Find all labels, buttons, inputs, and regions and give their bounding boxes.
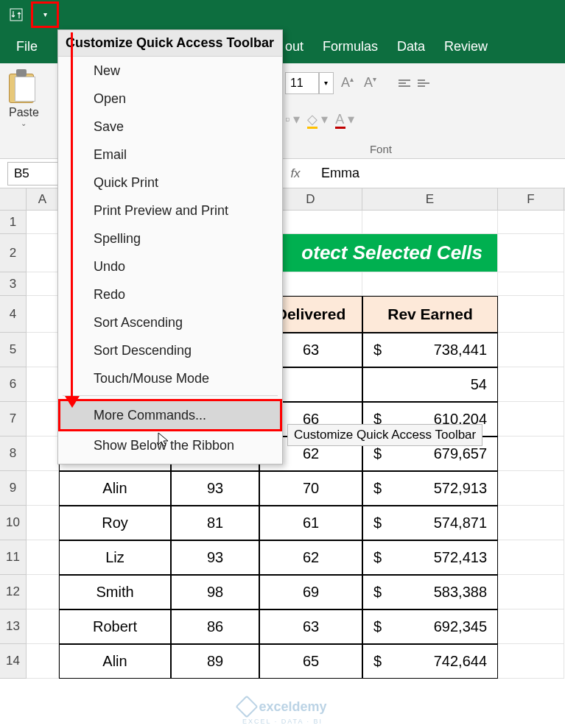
row-header[interactable]: 2 — [0, 234, 27, 272]
menu-item-sort-ascending[interactable]: Sort Ascending — [58, 308, 282, 336]
cell[interactable]: 86 — [171, 609, 259, 644]
cell[interactable] — [27, 333, 59, 367]
fill-color-icon[interactable]: ◇ ▾ — [307, 111, 328, 127]
cell[interactable] — [27, 234, 59, 272]
tab-review[interactable]: Review — [438, 33, 494, 60]
fx-icon[interactable]: fx — [284, 166, 306, 181]
cell[interactable] — [362, 272, 498, 296]
shrink-font-icon[interactable]: A▾ — [361, 75, 379, 91]
align-middle-icon[interactable] — [418, 75, 434, 91]
paste-button[interactable]: Paste ⌄ — [9, 69, 39, 127]
tab-layout[interactable]: out — [279, 33, 309, 60]
row-header[interactable]: 4 — [0, 296, 27, 333]
cell[interactable]: 61 — [259, 506, 362, 540]
cell[interactable]: 81 — [171, 506, 259, 540]
col-header-a[interactable]: A — [27, 188, 59, 210]
row-header[interactable]: 3 — [0, 272, 27, 296]
cell[interactable] — [27, 644, 59, 679]
cell[interactable] — [498, 272, 564, 296]
cell[interactable] — [498, 402, 564, 437]
cell[interactable] — [27, 540, 59, 575]
cell[interactable] — [27, 506, 59, 540]
cell[interactable] — [27, 471, 59, 506]
customize-qat-button[interactable]: ▾ — [31, 1, 59, 28]
menu-item-sort-descending[interactable]: Sort Descending — [58, 336, 282, 364]
row-header[interactable]: 7 — [0, 402, 27, 437]
tab-file[interactable]: File — [10, 33, 43, 60]
cell[interactable]: 93 — [171, 540, 259, 575]
menu-item-quick-print[interactable]: Quick Print — [58, 169, 282, 197]
font-size-dropdown[interactable]: ▾ — [319, 72, 334, 94]
cell[interactable]: $572,413 — [362, 540, 498, 575]
cell[interactable] — [27, 296, 59, 333]
tab-data[interactable]: Data — [391, 33, 431, 60]
sort-qat-icon[interactable] — [6, 4, 27, 25]
cell[interactable] — [27, 367, 59, 402]
menu-item-undo[interactable]: Undo — [58, 252, 282, 280]
cell[interactable]: 70 — [259, 471, 362, 506]
font-color-icon[interactable]: A ▾ — [335, 111, 354, 127]
cell[interactable]: 62 — [259, 540, 362, 575]
cell[interactable]: Alin — [59, 644, 171, 679]
menu-item-save[interactable]: Save — [58, 113, 282, 141]
cell[interactable]: $572,913 — [362, 471, 498, 506]
cell[interactable] — [498, 234, 564, 272]
cell[interactable]: $583,388 — [362, 575, 498, 609]
cell[interactable]: Smith — [59, 575, 171, 609]
cell[interactable] — [362, 211, 498, 234]
menu-item-touch-mouse-mode[interactable]: Touch/Mouse Mode — [58, 364, 282, 392]
cell[interactable]: $742,644 — [362, 644, 498, 679]
cell[interactable]: Alin — [59, 471, 171, 506]
menu-item-print-preview-and-print[interactable]: Print Preview and Print — [58, 197, 282, 225]
cell[interactable]: $574,871 — [362, 506, 498, 540]
col-header-e[interactable]: E — [362, 188, 498, 210]
cell[interactable] — [27, 211, 59, 234]
col-header-f[interactable]: F — [498, 188, 564, 210]
cell[interactable]: 98 — [171, 575, 259, 609]
menu-show-below-ribbon[interactable]: Show Below the Ribbon — [58, 431, 282, 459]
menu-item-open[interactable]: Open — [58, 85, 282, 113]
row-header[interactable]: 8 — [0, 437, 27, 471]
row-header[interactable]: 12 — [0, 575, 27, 609]
cell[interactable]: 63 — [259, 609, 362, 644]
cell[interactable] — [498, 367, 564, 402]
formula-bar[interactable]: Emma — [314, 162, 565, 185]
font-size-input[interactable]: 11 — [285, 72, 319, 94]
menu-more-commands[interactable]: More Commands... — [58, 399, 282, 431]
cell[interactable] — [498, 211, 564, 234]
menu-item-spelling[interactable]: Spelling — [58, 225, 282, 252]
menu-item-new[interactable]: New — [58, 57, 282, 85]
cell[interactable] — [498, 437, 564, 471]
row-header[interactable]: 5 — [0, 333, 27, 367]
cell[interactable]: $738,441 — [362, 333, 498, 367]
cell[interactable] — [498, 540, 564, 575]
cell[interactable]: 93 — [171, 471, 259, 506]
cell[interactable] — [498, 506, 564, 540]
select-all-corner[interactable] — [0, 188, 27, 210]
align-top-icon[interactable] — [399, 75, 415, 91]
cell[interactable] — [498, 471, 564, 506]
cell[interactable]: 69 — [259, 575, 362, 609]
cell[interactable] — [498, 644, 564, 679]
menu-item-redo[interactable]: Redo — [58, 280, 282, 308]
cell[interactable] — [27, 609, 59, 644]
cell[interactable] — [498, 333, 564, 367]
cell[interactable]: 89 — [171, 644, 259, 679]
row-header[interactable]: 14 — [0, 644, 27, 679]
row-header[interactable]: 9 — [0, 471, 27, 506]
cell[interactable]: 54 — [362, 367, 498, 402]
cell[interactable]: 65 — [259, 644, 362, 679]
cell[interactable] — [498, 609, 564, 644]
cell[interactable]: Rev Earned — [362, 296, 498, 333]
cell[interactable]: $692,345 — [362, 609, 498, 644]
grow-font-icon[interactable]: A▴ — [338, 75, 357, 91]
cell[interactable] — [27, 575, 59, 609]
menu-item-email[interactable]: Email — [58, 141, 282, 169]
cell[interactable] — [498, 575, 564, 609]
row-header[interactable]: 13 — [0, 609, 27, 644]
cell[interactable] — [498, 296, 564, 333]
cell[interactable]: Roy — [59, 506, 171, 540]
cell[interactable] — [27, 272, 59, 296]
row-header[interactable]: 1 — [0, 211, 27, 234]
cell[interactable]: Liz — [59, 540, 171, 575]
